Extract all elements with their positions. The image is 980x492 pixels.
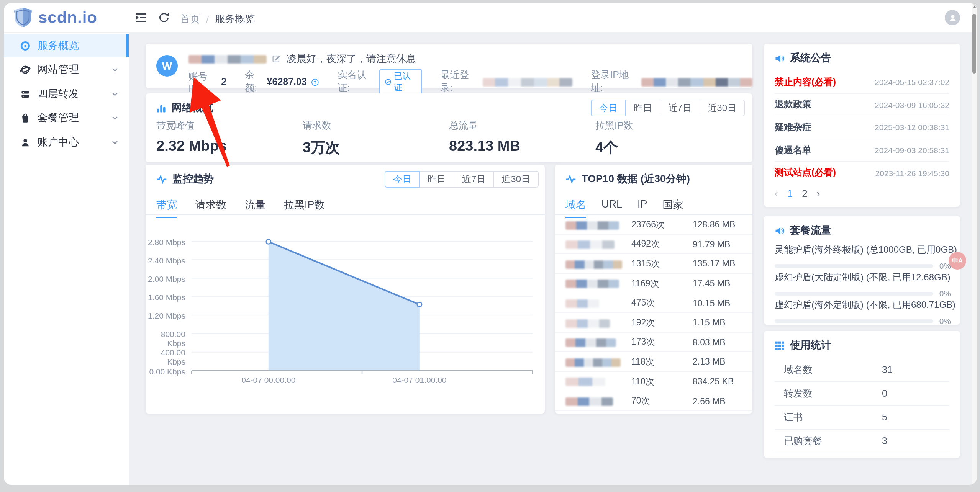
filter-yesterday-button[interactable]: 昨日 [419, 171, 454, 188]
package-traffic-card: 套餐流量 灵能护盾(海外终极版) (总1000GB, 已用0GB) 0% 虚幻护… [764, 216, 960, 325]
traffic-cell: 10.15 MB [693, 298, 742, 307]
progress-track [775, 264, 933, 268]
announcement-item[interactable]: 退款政策 2024-03-09 16:05:32 [775, 94, 949, 116]
brand-logo: scdn.io [13, 7, 97, 28]
redacted-username [188, 55, 267, 63]
redacted-domain [565, 221, 619, 229]
filter-7days-button[interactable]: 近7日 [454, 171, 494, 188]
announcement-item[interactable]: 傻逼名单 2024-09-03 20:58:31 [775, 139, 949, 162]
requests-cell: 1169次 [631, 278, 693, 289]
announcement-date: 2024-03-09 16:05:32 [875, 100, 949, 110]
table-row: 110次 834.25 KB [555, 372, 752, 392]
verified-badge: 已认证 [379, 69, 422, 95]
progress-percent: 0% [939, 316, 951, 325]
tab-requests[interactable]: 请求数 [195, 198, 226, 218]
scrollbar-up-arrow[interactable] [973, 5, 976, 8]
speaker-icon [775, 53, 785, 63]
tab-blocked-ips[interactable]: 拉黑IP数 [284, 198, 325, 218]
package-name: 灵能护盾(海外终极版) (总1000GB, 已用0GB) [775, 244, 951, 257]
network-overview-icon [156, 103, 166, 113]
sidebar-item-label: 账户中心 [38, 135, 79, 149]
table-row: 173次 8.03 MB [555, 333, 752, 352]
y-tick: 800.00 Kbps [146, 329, 185, 348]
translate-button[interactable]: 中A [949, 252, 966, 270]
sidebar-item-service-overview[interactable]: 服务概览 [4, 34, 129, 57]
app-window: scdn.io 首页 / 服务概览 服务概 [4, 3, 977, 484]
filter-yesterday-button[interactable]: 昨日 [625, 100, 660, 116]
avatar[interactable]: W [156, 55, 178, 77]
filter-30days-button[interactable]: 近30日 [493, 171, 539, 188]
last-login-field: 最近登录: [440, 69, 572, 95]
usage-value: 0 [882, 388, 887, 399]
sidebar-item-website-management[interactable]: 网站管理 [4, 58, 129, 82]
sidebar-item-account-center[interactable]: 账户中心 [4, 130, 129, 154]
sidebar-item-label: 服务概览 [38, 39, 79, 52]
chevron-down-icon [110, 65, 120, 74]
refresh-icon[interactable] [158, 11, 170, 24]
pagination-next[interactable]: › [817, 188, 820, 199]
table-row: 1315次 135.17 MB [555, 254, 752, 274]
package-traffic-title: 套餐流量 [790, 224, 831, 237]
requests-cell: 173次 [631, 337, 693, 348]
redacted-domain [565, 240, 615, 249]
chevron-down-icon [110, 137, 120, 147]
usage-value: 3 [882, 436, 887, 446]
grid-icon [775, 340, 785, 350]
y-tick: 0.00 Kbps [146, 366, 185, 376]
progress-percent: 0% [939, 289, 951, 298]
stat-blocked-ips: 拉黑IP数 4个 [595, 119, 742, 158]
redacted-last-login [482, 78, 572, 86]
tab-bandwidth[interactable]: 带宽 [156, 198, 177, 218]
announcement-title: 测试站点(必看) [775, 166, 836, 179]
pagination-page-1[interactable]: 1 [787, 188, 793, 199]
redacted-login-ip [641, 78, 752, 86]
stat-label: 总流量 [449, 119, 595, 132]
usage-stats-title: 使用统计 [790, 338, 831, 352]
traffic-cell: 2.66 MB [693, 396, 742, 405]
announcement-item[interactable]: 测试站点(必看) 2023-11-26 19:45:30 [775, 162, 949, 184]
y-tick: 400.00 Kbps [146, 348, 185, 366]
brand-name: scdn.io [38, 8, 97, 26]
breadcrumb-home[interactable]: 首页 [180, 12, 200, 26]
pagination-page-2[interactable]: 2 [802, 188, 807, 199]
stat-bandwidth-peak: 带宽峰值 2.32 Mbps [156, 119, 303, 158]
balance-value: ¥6287.03 [267, 77, 307, 87]
redacted-domain [565, 260, 622, 268]
announcement-item[interactable]: 疑难杂症 2025-03-12 00:38:31 [775, 116, 949, 139]
top10-card: TOP10 数据 (近30分钟) 域名 URL IP 国家 23766次 128… [555, 165, 752, 414]
redacted-domain [565, 299, 599, 308]
filter-today-button[interactable]: 今日 [385, 171, 420, 188]
stat-total-traffic: 总流量 823.13 MB [449, 119, 595, 158]
scrollbar-thumb[interactable] [972, 14, 976, 74]
filter-30days-button[interactable]: 近30日 [699, 100, 745, 116]
progress-track [775, 291, 933, 295]
network-overview-title: 网络概览 [172, 101, 213, 115]
announcement-item[interactable]: 禁止内容(必看) 2024-05-15 02:37:02 [775, 71, 949, 94]
filter-today-button[interactable]: 今日 [591, 100, 626, 116]
user-avatar-button[interactable] [945, 10, 960, 25]
requests-cell: 192次 [631, 317, 693, 329]
pagination-prev[interactable]: ‹ [775, 188, 778, 199]
sidebar-item-layer4-forwarding[interactable]: 四层转发 [4, 82, 129, 106]
edit-icon[interactable] [272, 54, 281, 64]
collapse-menu-icon[interactable] [135, 11, 147, 24]
stat-label: 请求数 [303, 119, 449, 132]
user-greeting-row: 凌晨好，夜深了，请注意休息 [188, 52, 416, 66]
announcement-list: 禁止内容(必看) 2024-05-15 02:37:02 退款政策 2024-0… [775, 71, 949, 184]
package-name: 虚幻护盾(大陆定制版) (不限, 已用12.68GB) [775, 271, 951, 284]
package-progress: 0% [775, 316, 951, 325]
package-progress: 0% [775, 261, 951, 270]
balance-label: 余额: [245, 69, 262, 95]
package-item: 虚幻护盾(大陆定制版) (不限, 已用12.68GB) 0% [775, 271, 951, 298]
tab-traffic[interactable]: 流量 [245, 198, 265, 218]
pagination: ‹ 1 2 › [775, 188, 820, 199]
sidebar-item-package-management[interactable]: 套餐管理 [4, 106, 129, 130]
area-chart-canvas [146, 230, 545, 394]
check-circle-icon [385, 78, 392, 86]
filter-7days-button[interactable]: 近7日 [660, 100, 700, 116]
y-tick: 1.20 Mbps [146, 311, 185, 320]
progress-track [775, 319, 933, 323]
topup-icon[interactable] [311, 77, 320, 87]
redacted-domain [565, 397, 613, 406]
redacted-domain [565, 280, 619, 288]
